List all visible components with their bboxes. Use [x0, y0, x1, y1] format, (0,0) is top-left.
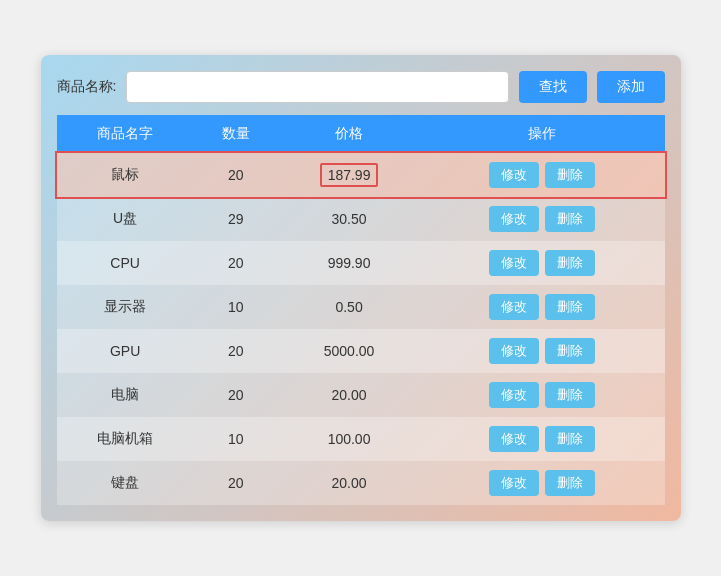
product-qty-cell: 20 — [194, 153, 278, 197]
product-qty-cell: 10 — [194, 285, 278, 329]
product-action-cell: 修改删除 — [420, 241, 664, 285]
col-header-name: 商品名字 — [57, 115, 194, 153]
product-name-cell: 电脑 — [57, 373, 194, 417]
product-action-cell: 修改删除 — [420, 285, 664, 329]
table-header-row: 商品名字 数量 价格 操作 — [57, 115, 665, 153]
product-name-cell: CPU — [57, 241, 194, 285]
product-action-cell: 修改删除 — [420, 197, 664, 241]
table-row: 电脑机箱10100.00修改删除 — [57, 417, 665, 461]
product-qty-cell: 20 — [194, 241, 278, 285]
price-highlighted-value: 187.99 — [320, 163, 379, 187]
product-price-cell: 30.50 — [278, 197, 421, 241]
col-header-qty: 数量 — [194, 115, 278, 153]
edit-button[interactable]: 修改 — [489, 250, 539, 276]
product-price-cell: 0.50 — [278, 285, 421, 329]
delete-button[interactable]: 删除 — [545, 294, 595, 320]
product-qty-cell: 20 — [194, 461, 278, 505]
delete-button[interactable]: 删除 — [545, 250, 595, 276]
edit-button[interactable]: 修改 — [489, 426, 539, 452]
add-button[interactable]: 添加 — [597, 71, 665, 103]
product-action-cell: 修改删除 — [420, 153, 664, 197]
edit-button[interactable]: 修改 — [489, 294, 539, 320]
product-name-cell: GPU — [57, 329, 194, 373]
product-action-cell: 修改删除 — [420, 417, 664, 461]
delete-button[interactable]: 删除 — [545, 162, 595, 188]
delete-button[interactable]: 删除 — [545, 206, 595, 232]
toolbar: 商品名称: 查找 添加 — [57, 71, 665, 103]
product-action-cell: 修改删除 — [420, 461, 664, 505]
edit-button[interactable]: 修改 — [489, 382, 539, 408]
product-price-cell: 5000.00 — [278, 329, 421, 373]
product-price-cell: 999.90 — [278, 241, 421, 285]
col-header-price: 价格 — [278, 115, 421, 153]
product-qty-cell: 10 — [194, 417, 278, 461]
product-name-cell: 鼠标 — [57, 153, 194, 197]
delete-button[interactable]: 删除 — [545, 382, 595, 408]
table-row: CPU20999.90修改删除 — [57, 241, 665, 285]
edit-button[interactable]: 修改 — [489, 338, 539, 364]
product-name-cell: U盘 — [57, 197, 194, 241]
search-button[interactable]: 查找 — [519, 71, 587, 103]
product-qty-cell: 29 — [194, 197, 278, 241]
product-name-cell: 显示器 — [57, 285, 194, 329]
product-price-cell: 20.00 — [278, 461, 421, 505]
product-table: 商品名字 数量 价格 操作 鼠标20187.99修改删除U盘2930.50修改删… — [57, 115, 665, 505]
product-action-cell: 修改删除 — [420, 329, 664, 373]
product-name-cell: 键盘 — [57, 461, 194, 505]
edit-button[interactable]: 修改 — [489, 206, 539, 232]
product-qty-cell: 20 — [194, 373, 278, 417]
table-row: 电脑2020.00修改删除 — [57, 373, 665, 417]
table-row: 鼠标20187.99修改删除 — [57, 153, 665, 197]
product-price-cell: 100.00 — [278, 417, 421, 461]
table-row: 键盘2020.00修改删除 — [57, 461, 665, 505]
product-name-label: 商品名称: — [57, 78, 117, 96]
product-action-cell: 修改删除 — [420, 373, 664, 417]
table-row: GPU205000.00修改删除 — [57, 329, 665, 373]
col-header-action: 操作 — [420, 115, 664, 153]
product-price-cell: 187.99 — [278, 153, 421, 197]
edit-button[interactable]: 修改 — [489, 470, 539, 496]
table-row: 显示器100.50修改删除 — [57, 285, 665, 329]
delete-button[interactable]: 删除 — [545, 470, 595, 496]
delete-button[interactable]: 删除 — [545, 426, 595, 452]
product-name-cell: 电脑机箱 — [57, 417, 194, 461]
edit-button[interactable]: 修改 — [489, 162, 539, 188]
main-container: 商品名称: 查找 添加 商品名字 数量 价格 操作 鼠标20187.99修改删除… — [41, 55, 681, 521]
delete-button[interactable]: 删除 — [545, 338, 595, 364]
search-input[interactable] — [126, 71, 508, 103]
product-price-cell: 20.00 — [278, 373, 421, 417]
table-row: U盘2930.50修改删除 — [57, 197, 665, 241]
product-qty-cell: 20 — [194, 329, 278, 373]
